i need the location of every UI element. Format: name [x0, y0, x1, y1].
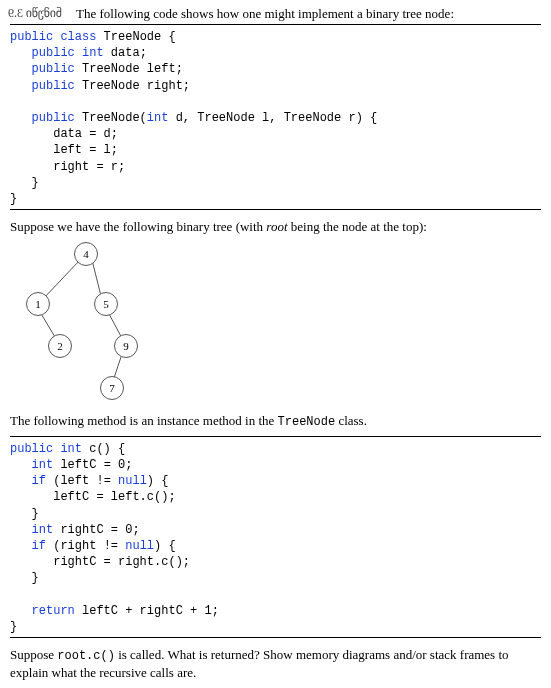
text: class.: [335, 413, 367, 428]
kw: return: [10, 604, 75, 618]
code-text: ) {: [147, 474, 169, 488]
code-text: leftC + rightC + 1;: [75, 604, 219, 618]
code-text: c() {: [82, 442, 125, 456]
kw: public: [10, 111, 75, 125]
kw: public: [10, 79, 75, 93]
code-text: leftC = left.c();: [10, 490, 176, 504]
code-text: rightC = 0;: [53, 523, 139, 537]
tree-node: 1: [26, 292, 50, 316]
node-label: 1: [35, 298, 41, 310]
top-row: ნიმუში 3.9 The following code shows how …: [10, 6, 541, 22]
code-block-2: public int c() { int leftC = 0; if (left…: [10, 441, 541, 635]
node-label: 7: [109, 382, 115, 394]
code-text: }: [10, 620, 17, 634]
tree-node: 7: [100, 376, 124, 400]
code-text: TreeNode left;: [75, 62, 183, 76]
tree-node: 9: [114, 334, 138, 358]
code-text: leftC = 0;: [53, 458, 132, 472]
tree-node: 2: [48, 334, 72, 358]
kw: public class: [10, 30, 96, 44]
node-label: 9: [123, 340, 129, 352]
code-text: }: [10, 507, 39, 521]
code-block-1: public class TreeNode { public int data;…: [10, 29, 541, 207]
code-text: left = l;: [10, 143, 118, 157]
node-label: 2: [57, 340, 63, 352]
code-text: data = d;: [10, 127, 118, 141]
rule-top-1: [10, 24, 541, 25]
tree-node: 4: [74, 242, 98, 266]
kw: int: [10, 458, 53, 472]
code-text: }: [10, 192, 17, 206]
para-tree-intro: Suppose we have the following binary tre…: [10, 218, 541, 236]
text: Suppose: [10, 647, 57, 662]
kw: null: [125, 539, 154, 553]
para-question: Suppose root.c() is called. What is retu…: [10, 646, 541, 682]
kw: null: [118, 474, 147, 488]
kw: public int: [10, 46, 104, 60]
root-ital: root: [266, 219, 287, 234]
rule-bottom-2: [10, 637, 541, 638]
intro-text: The following code shows how one might i…: [76, 6, 541, 22]
code-text: (left !=: [46, 474, 118, 488]
rule-top-2: [10, 436, 541, 437]
call-mono: root.c(): [57, 649, 115, 663]
text: The following method is an instance meth…: [10, 413, 278, 428]
kw: public: [10, 62, 75, 76]
class-name-mono: TreeNode: [278, 415, 336, 429]
page: ნიმუში 3.9 The following code shows how …: [0, 0, 551, 688]
code-text: data;: [104, 46, 147, 60]
code-text: }: [10, 176, 39, 190]
code-text: TreeNode right;: [75, 79, 190, 93]
node-label: 4: [83, 248, 89, 260]
code-text: d, TreeNode l, TreeNode r) {: [168, 111, 377, 125]
code-text: (right !=: [46, 539, 125, 553]
tree-node: 5: [94, 292, 118, 316]
kw: int: [147, 111, 169, 125]
svg-line-0: [42, 260, 80, 300]
code-text: }: [10, 571, 39, 585]
code-text: TreeNode(: [75, 111, 147, 125]
code-text: rightC = right.c();: [10, 555, 190, 569]
rule-bottom-1: [10, 209, 541, 210]
code-text: TreeNode {: [96, 30, 175, 44]
margin-label: ნიმუში 3.9: [10, 6, 62, 21]
kw: if: [10, 474, 46, 488]
text: being the node at the top):: [288, 219, 427, 234]
node-label: 5: [103, 298, 109, 310]
binary-tree: 4 1 5 2 9 7: [18, 242, 198, 404]
kw: public int: [10, 442, 82, 456]
para-method-intro: The following method is an instance meth…: [10, 412, 541, 430]
code-text: right = r;: [10, 160, 125, 174]
kw: if: [10, 539, 46, 553]
text: Suppose we have the following binary tre…: [10, 219, 266, 234]
kw: int: [10, 523, 53, 537]
code-text: ) {: [154, 539, 176, 553]
